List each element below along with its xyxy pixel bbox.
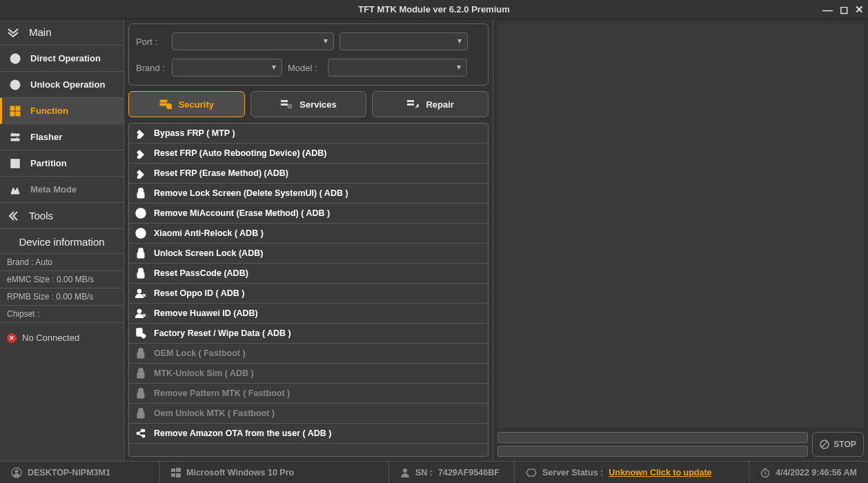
sidebar-item-label: Flasher [30,132,62,142]
sidebar-item-function[interactable]: Function [0,98,124,124]
action-label: Remove Lock Screen (Delete SystemUI) ( A… [154,188,348,198]
minimize-button[interactable]: — [822,4,833,16]
action-item[interactable]: OEM Lock ( Fastboot ) [129,344,488,364]
tab-label: Security [179,99,214,110]
port-select[interactable] [172,32,334,50]
title-bar: TFT MTK Module ver 6.2.0 Premium — ◻ ✕ [0,0,868,19]
center-panel: Port : Brand : Model : Security Services [124,19,493,461]
sidebar-item-direct-operation[interactable]: Direct Operation [0,46,124,72]
stop-button[interactable]: STOP [812,432,864,457]
action-item[interactable]: Bypass FRP ( MTP ) [129,124,488,144]
svg-rect-3 [16,106,20,110]
action-item[interactable]: Remove Amazon OTA from the user ( ADB ) [129,424,488,444]
userx-icon [135,308,147,319]
device-brand: Brand : Auto [0,254,124,271]
eraser-icon [135,168,147,179]
svg-rect-16 [281,103,288,106]
sidebar-item-label: Partition [30,158,67,168]
action-item[interactable]: Reset Oppo ID ( ADB ) [129,284,488,304]
action-item[interactable]: Remove Lock Screen (Delete SystemUI) ( A… [129,184,488,204]
tab-label: Repair [426,99,453,110]
svg-rect-8 [11,159,19,168]
status-bar: DESKTOP-NIPM3M1 Microsoft Windows 10 Pro… [0,461,868,483]
services-icon [280,99,293,110]
sidebar-item-partition[interactable]: Partition [0,150,124,177]
tab-services[interactable]: Services [250,91,367,117]
sn-icon [400,468,410,477]
lock-icon [135,388,147,399]
lock-icon [135,188,147,199]
brand-label: Brand : [136,63,166,73]
svg-rect-31 [137,353,144,358]
action-label: Remove Huawei ID (ADB) [154,308,258,318]
svg-rect-44 [171,473,175,477]
lock-icon [135,408,147,419]
sidebar-tools-header[interactable]: Tools [0,203,124,229]
brand-select[interactable] [172,59,282,77]
svg-rect-25 [137,253,144,258]
action-item[interactable]: Unlock Screen Lock (ADB) [129,244,488,264]
stop-label: STOP [834,440,856,449]
close-button[interactable]: ✕ [855,3,864,16]
user-icon [11,467,22,478]
svg-point-0 [10,54,20,63]
action-item[interactable]: Factory Reset / Wipe Data ( ADB ) [129,324,488,344]
svg-rect-4 [10,112,14,116]
port-select-2[interactable] [339,32,468,50]
tab-repair[interactable]: Repair [372,91,489,117]
action-label: Remove MiAccount (Erase Method) ( ADB ) [154,208,330,218]
sidebar-item-label: Direct Operation [30,53,101,63]
action-item[interactable]: Remove MiAccount (Erase Method) ( ADB ) [129,204,488,224]
os-name: Microsoft Windows 10 Pro [186,468,294,477]
svg-rect-15 [281,100,288,102]
window-title: TFT MTK Module ver 6.2.0 Premium [358,4,510,14]
action-item[interactable]: Reset PassCode (ADB) [129,264,488,284]
action-item[interactable]: Reset FRP (Erase Method) (ADB) [129,164,488,184]
action-item[interactable]: MTK-Unlock Sim ( ADB ) [129,364,488,384]
repair-icon [406,99,419,110]
svg-rect-6 [11,134,19,136]
connection-status-label: No Connected [22,333,79,343]
desktop-name: DESKTOP-NIPM3M1 [28,468,110,477]
flasher-icon [8,132,22,143]
device-emmc: eMMC Size : 0.00 MB/s [0,271,124,288]
server-status-link[interactable]: Unknown Click to update [609,468,711,477]
action-item[interactable]: Reset FRP (Auto Rebooting Device) (ADB) [129,144,488,164]
tab-security[interactable]: Security [128,91,245,117]
svg-point-24 [139,230,143,234]
sidebar-tools-label: Tools [29,210,53,221]
svg-line-14 [170,108,172,109]
port-label: Port : [136,37,166,47]
model-select[interactable] [328,59,467,77]
sidebar-main-header[interactable]: Main [0,19,124,46]
tab-label: Services [299,99,337,110]
sidebar-item-unlock-operation[interactable]: Unlock Operation [0,72,124,98]
gear-icon [135,328,147,339]
action-label: Unlock Screen Lock (ADB) [154,248,263,258]
action-item[interactable]: Xiaomi Anti-Relock ( ADB ) [129,224,488,244]
actions-list[interactable]: Bypass FRP ( MTP )Reset FRP (Auto Reboot… [128,123,489,457]
sidebar-item-meta-mode[interactable]: Meta Mode [0,177,124,203]
sidebar-item-flasher[interactable]: Flasher [0,124,124,150]
share-icon [135,428,147,439]
sn-value: 7429AF9546BF [438,468,500,477]
maximize-button[interactable]: ◻ [840,3,848,16]
chevron-down-icon [7,28,22,37]
log-panel: STOP [493,19,868,461]
tabs: Security Services Repair [128,91,489,117]
action-label: Oem Unlock MTK ( Fastboot ) [154,408,275,418]
action-item[interactable]: Remove Pattern MTK ( Fastboot ) [129,384,488,404]
action-item[interactable]: Remove Huawei ID (ADB) [129,304,488,324]
action-label: Reset FRP (Erase Method) (ADB) [154,168,288,178]
svg-rect-2 [10,106,14,110]
svg-rect-43 [176,468,181,472]
action-label: OEM Lock ( Fastboot ) [154,348,246,358]
action-item[interactable]: Oem Unlock MTK ( Fastboot ) [129,404,488,424]
svg-point-28 [137,309,141,313]
eraser-icon [135,128,147,139]
port-panel: Port : Brand : Model : [128,23,489,86]
device-chipset: Chipset : [0,306,124,323]
svg-rect-12 [160,103,167,106]
log-area[interactable] [497,23,864,428]
progress-bar-2 [497,446,808,457]
